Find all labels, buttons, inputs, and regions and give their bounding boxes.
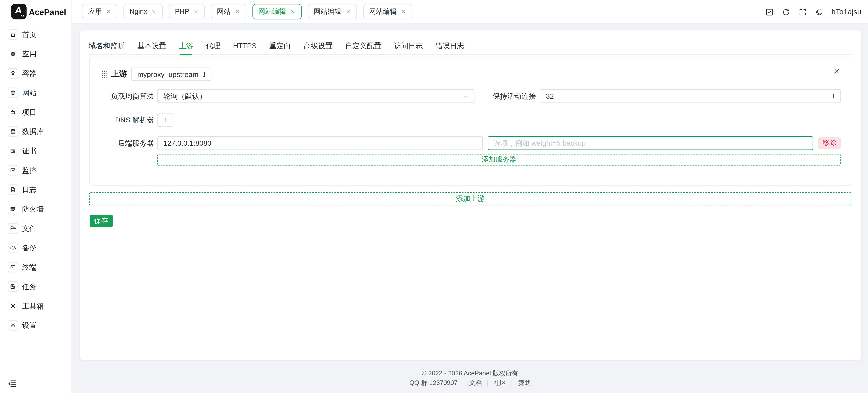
footer-divider [463,380,464,386]
backend-options-input[interactable] [488,136,813,150]
sidebar-item-8[interactable]: 日志 [0,180,71,199]
upstream-name-input[interactable] [131,67,211,81]
dark-mode-icon [815,7,824,17]
sidebar-item-5[interactable]: 数据库 [0,122,71,141]
fullscreen-icon[interactable] [798,7,807,17]
decrement-button[interactable]: − [821,89,826,103]
workspace-tab-2[interactable]: PHP [169,4,205,20]
add-upstream-button[interactable]: 添加上游 [89,192,851,205]
sidebar-item-4[interactable]: 项目 [0,102,71,122]
add-dns-resolver-button[interactable] [157,113,173,127]
sidebar-item-10[interactable]: 文件 [0,219,71,238]
sidebar-item-2[interactable]: 容器 [0,64,71,83]
database-icon [10,128,16,134]
sidebar-item-label: 设置 [22,320,36,330]
tab-9[interactable]: 错误日志 [435,41,464,54]
tab-1[interactable]: 基本设置 [137,41,166,54]
username: hTo1ajsu [831,8,861,16]
add-server-button[interactable]: 添加服务器 [157,154,841,165]
workspace-tab-4[interactable]: 网站编辑 [252,4,302,20]
upstream-header: 上游 [102,67,211,81]
increment-button[interactable]: + [831,89,836,103]
save-button[interactable]: 保存 [90,215,113,227]
sidebar-item-3[interactable]: 网站 [0,83,71,102]
backend-address-input[interactable] [157,136,483,150]
workspace-tab-0[interactable]: 应用 [82,4,118,20]
sidebar-item-0[interactable]: 首页 [0,25,71,44]
close-icon[interactable] [106,9,111,14]
settings-icon [10,322,16,328]
tab-2[interactable]: 上游 [179,41,193,54]
refresh-icon[interactable] [781,7,790,17]
close-icon[interactable] [235,9,240,14]
sidebar: Ace AcePanel 首页应用容器网站项目数据库证书监控日志防火墙文件备份终… [0,0,72,393]
tab-0[interactable]: 域名和监听 [89,41,125,54]
load-balance-select[interactable]: 轮询（默认） [157,89,474,103]
close-icon[interactable] [193,9,198,14]
app-screen: 应用NginxPHP网站网站编辑网站编辑网站编辑 hTo1ajsu Ace Ac… [0,0,868,393]
tab-5[interactable]: 重定向 [269,41,291,54]
close-icon[interactable] [151,9,157,14]
dns-resolver-row: DNS 解析器 [90,114,841,126]
backup-icon [10,245,16,251]
workspace-tab-6[interactable]: 网站编辑 [363,4,412,20]
tab-4[interactable]: HTTPS [233,41,257,54]
brand-name: AcePanel [29,7,66,17]
remove-server-button[interactable]: 移除 [818,137,841,149]
footer-links: QQ 群 12370907文档社区赞助 [72,379,868,387]
close-icon [833,67,841,75]
close-icon [235,9,240,14]
sidebar-item-15[interactable]: 设置 [0,315,71,335]
sidebar-item-label: 监控 [22,165,36,175]
tab-7[interactable]: 自定义配置 [345,41,381,54]
sidebar-item-11[interactable]: 备份 [0,238,71,258]
sidebar-item-9[interactable]: 防火墙 [0,199,71,219]
close-icon[interactable] [401,9,406,14]
dark-mode-icon[interactable] [815,7,824,17]
load-balance-label: 负载均衡算法 [90,91,154,101]
footer-copyright: © 2022 - 2026 AcePanel 版权所有 [72,369,868,377]
upstream-card: 上游 负载均衡算法 轮询（默认） 保持活动连接 − + DNS 解析器 [89,58,851,185]
footer-link-1[interactable]: 社区 [494,379,506,387]
site-edit-panel: 域名和监听基本设置上游代理HTTPS重定向高级设置自定义配置访问日志错误日志 上… [80,30,862,360]
load-balance-row: 负载均衡算法 轮询（默认） 保持活动连接 − + [90,89,841,103]
workspace-tab-3[interactable]: 网站 [211,4,246,20]
workspace-tab-label: 网站编辑 [314,7,341,16]
acepanel-logo-icon[interactable]: Ace [11,4,27,20]
drag-handle-icon[interactable] [102,71,107,78]
sidebar-item-14[interactable]: 工具箱 [0,296,71,315]
close-upstream-icon[interactable] [833,67,841,76]
close-icon[interactable] [290,9,295,14]
close-icon [106,9,111,14]
todo-check-icon[interactable] [765,7,774,17]
footer-link-0[interactable]: 文档 [469,379,482,387]
fullscreen-icon [798,7,807,17]
workspace-tab-1[interactable]: Nginx [124,4,163,20]
tasks-icon [10,283,16,290]
sidebar-item-label: 终端 [22,262,36,272]
sidebar-item-1[interactable]: 应用 [0,44,71,64]
load-balance-value: 轮询（默认） [163,91,206,101]
home-icon [10,32,16,38]
sidebar-item-label: 工具箱 [22,301,44,311]
chevron-down-icon [462,93,469,100]
workspace-tab-5[interactable]: 网站编辑 [308,4,357,20]
certificate-icon [10,148,16,154]
files-icon [10,225,16,232]
collapse-sidebar-icon[interactable] [7,379,17,389]
sidebar-item-12[interactable]: 终端 [0,258,71,277]
sidebar-item-6[interactable]: 证书 [0,141,71,161]
footer-divider [488,380,488,386]
sidebar-item-13[interactable]: 任务 [0,277,71,296]
sidebar-item-7[interactable]: 监控 [0,161,71,180]
dns-resolver-label: DNS 解析器 [90,115,154,125]
footer-link-2[interactable]: 赞助 [518,379,531,387]
firewall-icon [10,206,16,212]
close-icon[interactable] [345,9,351,14]
keepalive-stepper: − + [540,89,841,103]
tab-6[interactable]: 高级设置 [304,41,333,54]
keepalive-input[interactable] [540,89,841,103]
tab-8[interactable]: 访问日志 [394,41,423,54]
sidebar-item-label: 数据库 [22,127,44,137]
tab-3[interactable]: 代理 [206,41,220,54]
